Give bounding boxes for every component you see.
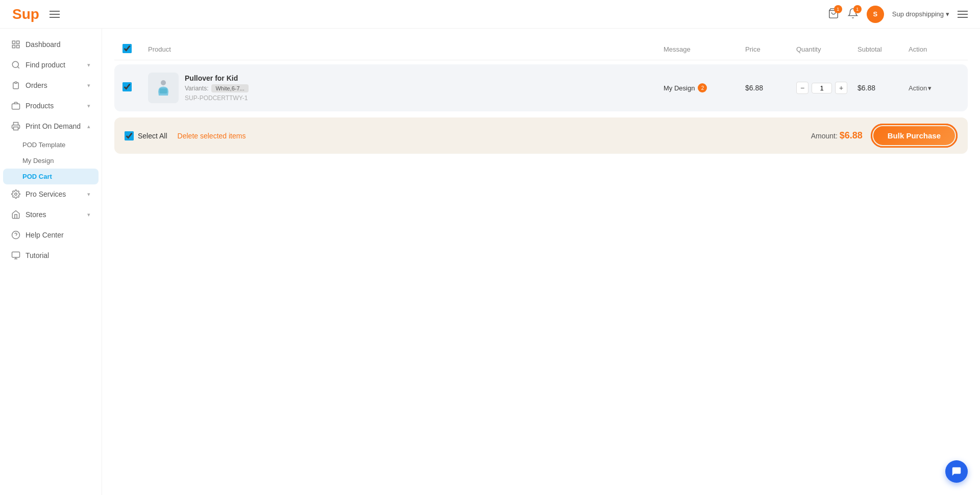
chevron-down-icon: ▾ xyxy=(87,103,90,109)
app-header: Sup 1 1 S Sup dropshipping ▾ xyxy=(0,0,980,29)
chevron-down-icon: ▾ xyxy=(87,82,90,89)
sidebar-item-orders[interactable]: Orders ▾ xyxy=(3,76,99,95)
product-cell: Pullover for Kid Variants: White,6-7... … xyxy=(148,73,664,103)
svg-rect-6 xyxy=(15,82,17,83)
sidebar-item-dashboard[interactable]: Dashboard xyxy=(3,35,99,54)
orders-icon xyxy=(11,81,20,90)
help-icon xyxy=(11,230,20,240)
app-logo: Sup xyxy=(12,6,39,22)
row-checkbox[interactable] xyxy=(122,82,132,91)
header-right: 1 1 S Sup dropshipping ▾ xyxy=(828,6,968,23)
subtotal-cell: $6.88 xyxy=(857,84,909,92)
sidebar-item-pro-services-label: Pro Services xyxy=(26,190,66,198)
bulk-purchase-wrapper: Bulk Purchase xyxy=(871,124,958,148)
table-quantity-header: Quantity xyxy=(796,45,857,53)
action-chevron-icon: ▾ xyxy=(928,84,932,92)
sidebar-item-pod-cart[interactable]: POD Cart xyxy=(3,169,99,184)
svg-point-9 xyxy=(15,193,17,196)
sidebar-item-dashboard-label: Dashboard xyxy=(26,40,61,49)
quantity-decrease-button[interactable]: − xyxy=(796,82,808,94)
delete-selected-button[interactable]: Delete selected items xyxy=(178,132,246,140)
price-cell: $6.88 xyxy=(745,84,796,92)
svg-rect-3 xyxy=(12,45,15,48)
sidebar-item-stores[interactable]: Stores ▾ xyxy=(3,205,99,224)
table-checkbox-header[interactable] xyxy=(122,44,148,55)
svg-rect-7 xyxy=(12,104,20,109)
sidebar-item-find-product[interactable]: Find product ▾ xyxy=(3,55,99,75)
grid-icon xyxy=(11,40,20,49)
svg-rect-2 xyxy=(17,41,19,43)
sidebar-item-print-on-demand-label: Print On Demand xyxy=(26,122,81,130)
table-subtotal-header: Subtotal xyxy=(857,45,909,53)
message-badge[interactable]: 2 xyxy=(698,83,707,92)
select-all-control[interactable]: Select All xyxy=(125,131,167,140)
variants-label: Variants: xyxy=(185,85,208,92)
stores-icon xyxy=(11,210,20,219)
user-name-label[interactable]: Sup dropshipping ▾ xyxy=(892,10,949,18)
table-action-header: Action xyxy=(909,45,960,53)
svg-point-13 xyxy=(161,80,166,85)
quantity-input[interactable] xyxy=(812,83,832,93)
sidebar-item-help-center-label: Help Center xyxy=(26,231,64,239)
product-sku: SUP-PODCERTTWY-1 xyxy=(185,95,249,102)
chevron-down-icon: ▾ xyxy=(87,211,90,218)
sidebar-item-help-center[interactable]: Help Center xyxy=(3,225,99,245)
sidebar-item-orders-label: Orders xyxy=(26,81,47,89)
sidebar-item-pod-template[interactable]: POD Template xyxy=(0,137,102,153)
message-cell: My Design 2 xyxy=(664,83,745,92)
svg-point-5 xyxy=(12,61,18,67)
sidebar-item-print-on-demand[interactable]: Print On Demand ▴ xyxy=(3,116,99,136)
quantity-increase-button[interactable]: + xyxy=(835,82,847,94)
quantity-cell: − + xyxy=(796,82,857,94)
print-icon xyxy=(11,122,20,131)
right-hamburger-menu[interactable] xyxy=(958,11,968,18)
sidebar-item-products[interactable]: Products ▾ xyxy=(3,96,99,115)
sidebar-item-products-label: Products xyxy=(26,102,54,110)
sidebar: Dashboard Find product ▾ Orders ▾ Produc… xyxy=(0,29,102,495)
hamburger-menu[interactable] xyxy=(50,11,60,18)
cart-badge: 1 xyxy=(834,5,842,13)
message-text: My Design xyxy=(664,84,695,92)
product-image xyxy=(148,73,179,103)
main-content: Product Message Price Quantity Subtotal … xyxy=(102,29,980,495)
product-variant: Variants: White,6-7... xyxy=(185,84,249,92)
products-icon xyxy=(11,101,20,110)
sidebar-item-my-design[interactable]: My Design xyxy=(0,153,102,169)
chevron-down-icon: ▾ xyxy=(87,62,90,68)
sidebar-item-tutorial-label: Tutorial xyxy=(26,251,49,260)
table-product-header: Product xyxy=(148,45,664,53)
bulk-purchase-button[interactable]: Bulk Purchase xyxy=(873,126,955,145)
user-avatar[interactable]: S xyxy=(867,6,884,23)
table-row: Pullover for Kid Variants: White,6-7... … xyxy=(122,73,960,103)
user-dropdown-chevron: ▾ xyxy=(946,10,949,18)
sidebar-item-find-product-label: Find product xyxy=(26,61,65,69)
select-all-checkbox[interactable] xyxy=(122,44,132,53)
product-details: Pullover for Kid Variants: White,6-7... … xyxy=(179,74,249,102)
footer-bar: Select All Delete selected items Amount:… xyxy=(114,117,968,154)
cart-icon-button[interactable]: 1 xyxy=(828,8,839,21)
sidebar-item-pro-services[interactable]: Pro Services ▾ xyxy=(3,184,99,204)
sidebar-item-tutorial[interactable]: Tutorial xyxy=(3,246,99,265)
footer-select-all-checkbox[interactable] xyxy=(125,131,134,140)
svg-rect-8 xyxy=(14,127,18,130)
tutorial-icon xyxy=(11,251,20,260)
header-left: Sup xyxy=(12,6,60,22)
row-checkbox-cell[interactable] xyxy=(122,82,148,93)
footer-amount: Amount: $6.88 xyxy=(811,130,863,141)
chat-bubble-button[interactable] xyxy=(945,460,968,483)
product-name: Pullover for Kid xyxy=(185,74,249,82)
notification-badge: 1 xyxy=(853,5,862,13)
main-layout: Dashboard Find product ▾ Orders ▾ Produc… xyxy=(0,29,980,495)
svg-rect-1 xyxy=(12,41,15,43)
svg-rect-4 xyxy=(17,45,19,48)
table-header: Product Message Price Quantity Subtotal … xyxy=(114,39,968,60)
footer-amount-value: $6.88 xyxy=(840,130,863,140)
chevron-down-icon: ▾ xyxy=(87,191,90,198)
product-row-wrapper: Pullover for Kid Variants: White,6-7... … xyxy=(114,64,968,111)
svg-rect-14 xyxy=(160,88,167,93)
search-icon xyxy=(11,60,20,69)
services-icon xyxy=(11,190,20,199)
action-cell[interactable]: Action ▾ xyxy=(909,84,960,92)
variant-badge: White,6-7... xyxy=(211,84,248,92)
notification-icon-button[interactable]: 1 xyxy=(847,8,859,21)
